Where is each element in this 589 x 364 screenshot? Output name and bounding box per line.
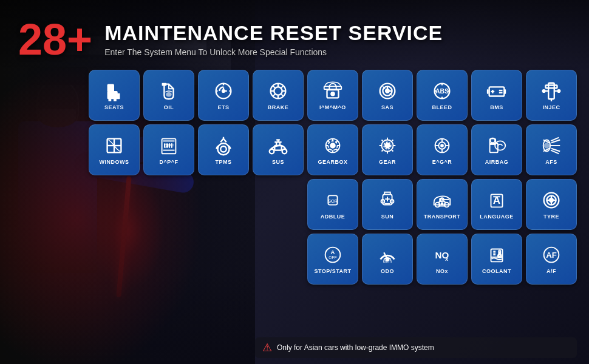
tile-airbag[interactable]: AIRBAG [471,124,522,175]
tile-brake-label: BRAKE [268,105,289,111]
svg-rect-6 [162,83,167,86]
svg-point-58 [270,149,274,154]
tile-bleed-label: BLEED [432,105,452,111]
svg-point-79 [545,143,550,148]
tile-bms-label: BMS [490,105,503,111]
tile-adblue[interactable]: SCR ADBLUE [307,179,358,230]
tile-gearbox-label: GEARBOX [318,160,347,166]
tile-gearbox[interactable]: GEARBOX [307,124,358,175]
svg-point-54 [218,143,230,155]
tile-ets[interactable]: ETS [198,70,249,121]
tile-dpf[interactable]: DPF D^P^F [143,124,194,175]
svg-point-97 [441,203,443,204]
svg-text:SCR: SCR [328,198,338,204]
svg-point-103 [550,198,553,202]
icons-grid: SEATS OIL ETS [255,70,577,288]
tile-windows-label: WINDOWS [100,160,129,166]
tile-airbag-label: AIRBAG [485,160,509,166]
main-title: MAINTENANCE RESET SERVICE [104,22,443,44]
icons-row-4: A OFF STOP/START km/h ODO NO x NOx [255,234,577,285]
tile-seats-label: SEATS [104,105,124,111]
tile-egr[interactable]: E^G^R [417,124,468,175]
svg-rect-1 [107,84,114,92]
tile-injec-label: INJEC [542,105,560,111]
svg-rect-122 [499,251,500,255]
tile-stopstart[interactable]: A OFF STOP/START [307,234,358,285]
svg-text:A: A [331,249,335,255]
svg-rect-32 [504,89,506,94]
tile-ets-label: ETS [217,105,229,111]
tile-odo-label: ODO [381,269,394,275]
tile-dpf-label: D^P^F [159,160,178,166]
svg-point-8 [222,90,225,92]
tile-stopstart-label: STOP/START [314,269,351,275]
tile-sun-label: SUN [381,214,394,220]
tile-windows[interactable]: WINDOWS [89,124,140,175]
svg-point-69 [441,144,443,147]
tile-bms[interactable]: BMS [471,70,522,121]
svg-rect-2 [117,93,120,99]
tile-sus[interactable]: SUS [253,124,304,175]
tile-injec[interactable]: INJEC [526,70,577,121]
tile-odo[interactable]: km/h ODO [362,234,413,285]
tile-nox-label: NOx [436,269,448,275]
tile-sus-label: SUS [272,160,284,166]
tile-transport[interactable]: TRANSPORT [417,179,468,230]
tile-language[interactable]: A LANGUAGE [471,179,522,230]
tile-immo-label: I^M^M^O [319,105,346,111]
tile-tyre[interactable]: TYRE [526,179,577,230]
warning-icon: ⚠ [262,341,272,354]
tile-language-label: LANGUAGE [480,214,514,220]
svg-rect-39 [546,86,557,89]
tile-sun[interactable]: SUN [362,179,413,230]
tile-coolant-label: COOLANT [482,269,511,275]
tile-transport-label: TRANSPORT [424,214,461,220]
tile-oil[interactable]: OIL [143,70,194,121]
tile-egr-label: E^G^R [432,160,452,166]
tile-nox[interactable]: NO x NOx [417,234,468,285]
tile-brake[interactable]: BRAKE [253,70,304,121]
svg-text:OFF: OFF [329,255,336,260]
tile-gear[interactable]: GEAR [362,124,413,175]
svg-point-43 [543,90,545,92]
tile-coolant[interactable]: COOLANT [471,234,522,285]
svg-point-65 [385,143,390,148]
icons-row-1: SEATS OIL ETS [255,70,577,121]
svg-point-5 [166,92,172,97]
svg-rect-0 [107,91,118,99]
tile-sas-label: SAS [381,105,393,111]
icons-row-3: SCR ADBLUE SUN [255,179,577,230]
warning-bar: ⚠ Only for Asian cars with low-grade IMM… [255,337,577,358]
tile-seats[interactable]: SEATS [89,70,140,121]
svg-text:x: x [445,255,449,262]
tile-af-label: A/F [546,269,556,275]
svg-text:AF: AF [546,251,557,260]
svg-text:ABS: ABS [435,88,449,95]
tile-tpms[interactable]: TPMS [198,124,249,175]
tile-gear-label: GEAR [379,160,396,166]
svg-point-77 [495,141,505,150]
tile-immo[interactable]: I^M^M^O [307,70,358,121]
svg-point-18 [331,92,335,96]
svg-rect-57 [274,146,281,150]
tile-bleed[interactable]: ABS BLEED [417,70,468,121]
svg-text:km/h: km/h [383,259,392,263]
svg-point-59 [282,149,287,154]
svg-point-22 [386,89,389,93]
tile-af[interactable]: AF A/F [526,234,577,285]
svg-rect-4 [114,98,117,101]
tile-afs-label: AFS [545,160,557,166]
svg-rect-3 [109,98,112,101]
svg-rect-33 [487,89,489,94]
tile-adblue-label: ADBLUE [321,214,346,220]
badge-number: 28+ [18,18,92,61]
icons-row-2: WINDOWS DPF D^P^F [255,124,577,175]
svg-point-12 [274,87,282,95]
header-text-block: MAINTENANCE RESET SERVICE Enter The Syst… [104,22,443,56]
tile-sas[interactable]: SAS [362,70,413,121]
svg-rect-19 [324,86,342,89]
svg-point-44 [557,90,560,92]
tile-oil-label: OIL [164,105,174,111]
tile-afs[interactable]: AFS [526,124,577,175]
svg-point-62 [330,143,335,148]
